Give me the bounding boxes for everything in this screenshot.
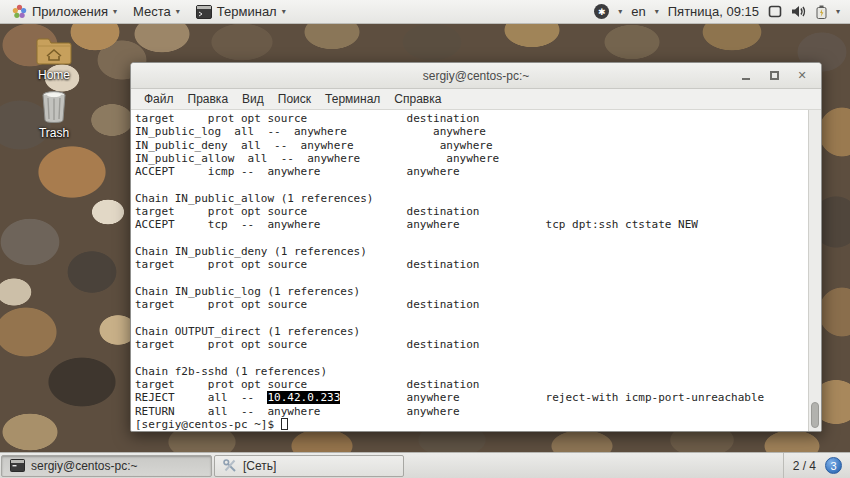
taskbar: sergiy@centos-pc:~ [Сеть] 2 / 4 3 bbox=[0, 452, 850, 478]
close-icon: ✕ bbox=[797, 70, 806, 81]
window-titlebar[interactable]: sergiy@centos-pc:~ ✕ bbox=[131, 63, 821, 89]
terminal-cursor bbox=[281, 418, 288, 430]
desktop-icon-home[interactable]: Home bbox=[22, 36, 86, 82]
clock[interactable]: Пятница, 09:15 bbox=[668, 4, 759, 19]
active-app-menu[interactable]: Терминал ▾ bbox=[188, 0, 294, 23]
active-app-label: Терминал bbox=[217, 4, 277, 19]
trash-can-icon bbox=[39, 90, 69, 124]
terminal-task-icon bbox=[10, 459, 25, 472]
menu-terminal[interactable]: Терминал bbox=[318, 92, 387, 106]
keyboard-layout-indicator[interactable]: en bbox=[631, 4, 645, 19]
chevron-down-icon: ▾ bbox=[655, 8, 659, 16]
taskbar-window-network[interactable]: [Сеть] bbox=[214, 455, 404, 477]
taskbar-window-terminal[interactable]: sergiy@centos-pc:~ bbox=[1, 455, 212, 477]
home-folder-icon bbox=[35, 36, 73, 66]
menu-edit[interactable]: Правка bbox=[181, 92, 236, 106]
window-title: sergiy@centos-pc:~ bbox=[131, 69, 821, 83]
panel-right: ✱ ▾ en ▾ Пятница, 09:15 ▾ bbox=[594, 0, 850, 23]
applications-label: Приложения bbox=[32, 4, 108, 19]
applications-menu[interactable]: Приложения ▾ bbox=[4, 0, 125, 23]
terminal-window: sergiy@centos-pc:~ ✕ Файл Правка Вид Пои… bbox=[130, 62, 822, 432]
menu-view[interactable]: Вид bbox=[235, 92, 271, 106]
task-label: sergiy@centos-pc:~ bbox=[31, 459, 138, 473]
panel-left: Приложения ▾ Места ▾ Терминал ▾ bbox=[0, 0, 294, 23]
menu-file[interactable]: Файл bbox=[137, 92, 181, 106]
taskbar-right: 2 / 4 3 bbox=[783, 453, 850, 478]
volume-icon[interactable] bbox=[791, 5, 807, 18]
workspace-pager[interactable]: 2 / 4 bbox=[793, 459, 816, 473]
terminal-output[interactable]: target prot opt source destination IN_pu… bbox=[131, 110, 821, 431]
menu-help[interactable]: Справка bbox=[387, 92, 448, 106]
places-menu[interactable]: Места ▾ bbox=[125, 0, 188, 23]
chevron-down-icon: ▾ bbox=[113, 8, 117, 16]
desktop-icon-label: Home bbox=[22, 68, 86, 82]
chevron-down-icon: ▾ bbox=[618, 8, 622, 16]
chevron-down-icon: ▾ bbox=[282, 8, 286, 16]
desktop-icon-label: Trash bbox=[22, 126, 86, 140]
task-label: [Сеть] bbox=[243, 459, 276, 473]
battery-icon[interactable] bbox=[816, 5, 827, 19]
window-controls: ✕ bbox=[739, 69, 821, 83]
taskbar-separator bbox=[783, 453, 784, 478]
maximize-button[interactable] bbox=[767, 69, 781, 83]
top-panel: Приложения ▾ Места ▾ Терминал ▾ ✱ ▾ en ▾… bbox=[0, 0, 850, 24]
close-button[interactable]: ✕ bbox=[795, 69, 809, 83]
menu-search[interactable]: Поиск bbox=[271, 92, 318, 106]
network-tools-icon bbox=[223, 459, 237, 473]
desktop-icon-trash[interactable]: Trash bbox=[22, 90, 86, 140]
terminal-content[interactable]: target prot opt source destination IN_pu… bbox=[131, 110, 821, 431]
scrollbar-thumb[interactable] bbox=[811, 402, 819, 428]
terminal-app-icon bbox=[196, 5, 212, 19]
workspace-badge[interactable]: 3 bbox=[825, 457, 842, 474]
display-icon[interactable] bbox=[768, 5, 782, 18]
applications-icon bbox=[12, 4, 27, 19]
chevron-down-icon: ▾ bbox=[176, 8, 180, 16]
status-menu-icon[interactable]: ✱ bbox=[594, 4, 609, 19]
terminal-scrollbar[interactable] bbox=[808, 110, 821, 431]
places-label: Места bbox=[133, 4, 171, 19]
minimize-button[interactable] bbox=[739, 69, 753, 83]
chevron-down-icon: ▾ bbox=[836, 8, 840, 16]
selected-text: 10.42.0.233 bbox=[267, 391, 340, 404]
terminal-menubar: Файл Правка Вид Поиск Терминал Справка bbox=[131, 89, 821, 110]
